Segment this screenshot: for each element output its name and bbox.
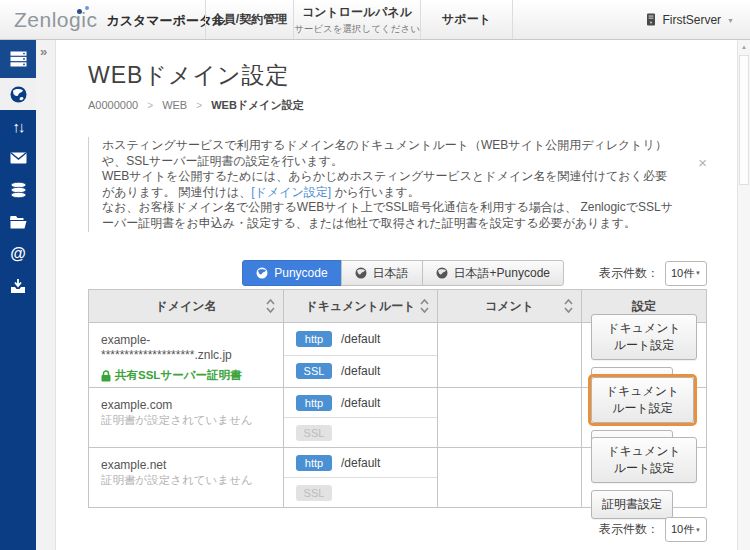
sort-icon[interactable]	[266, 299, 275, 314]
breadcrumb-account[interactable]: A0000000	[88, 99, 138, 111]
toggle-japanese[interactable]: 日本語	[341, 260, 423, 286]
highlight-ring: ドキュメントルート設定	[588, 374, 697, 426]
notice-line-2: WEBサイトを公開するためには、あらかじめホスティングサービスとドメイン名を関連…	[102, 169, 679, 200]
display-count-bottom: 表示件数： 10件 ▼	[88, 517, 707, 542]
globe-icon	[10, 86, 27, 103]
docroot-cell: http /default SSL	[283, 388, 437, 447]
column-header-comment[interactable]: コメント	[437, 290, 581, 322]
docroot-cell: http /default SSL /default	[283, 323, 437, 387]
display-count-select[interactable]: 10件 ▼	[665, 261, 707, 286]
sidebar-item-database[interactable]	[0, 174, 36, 206]
ssl-docroot: SSL	[284, 417, 437, 447]
menu-control-panel[interactable]: コントロールパネル サービスを選択してください	[293, 0, 420, 39]
top-header: Zenlogic カスタマーポータル 会員/契約管理 コントロールパネル サービ…	[0, 0, 750, 40]
lock-icon	[101, 370, 111, 382]
shared-ssl-status: 共有SSLサーバー証明書	[101, 368, 271, 383]
logo-text-wrap: Zenlogic	[14, 8, 97, 32]
sidebar-item-servers[interactable]	[0, 40, 36, 78]
account-server-icon	[646, 13, 656, 26]
zenlogic-logo[interactable]: Zenlogic カスタマーポータル	[14, 0, 226, 39]
account-name: FirstServer	[662, 13, 721, 27]
display-count-label: 表示件数：	[599, 521, 659, 538]
toggle-japanese-punycode[interactable]: 日本語+Punycode	[422, 260, 564, 286]
column-header-settings: 設定	[581, 290, 706, 322]
column-header-domain[interactable]: ドメイン名	[89, 290, 283, 322]
breadcrumb-web[interactable]: WEB	[162, 99, 187, 111]
encoding-toggle-group: Punycode 日本語 日本語+Punycode	[242, 260, 564, 286]
comment-cell	[437, 448, 581, 507]
scrollbar-thumb[interactable]	[739, 55, 749, 185]
table-row: example.net 証明書が設定されていません http /default …	[89, 447, 706, 507]
globe-icon	[436, 267, 448, 279]
http-docroot: http /default	[284, 448, 437, 477]
breadcrumb-current: WEBドメイン設定	[211, 99, 304, 111]
display-count-label: 表示件数：	[599, 265, 659, 282]
settings-cell: ドキュメントルート設定 証明書設定	[581, 448, 706, 507]
menu-member-contract[interactable]: 会員/契約管理	[205, 0, 293, 39]
sort-icon[interactable]	[564, 299, 573, 314]
breadcrumb-separator: >	[196, 100, 202, 111]
globe-icon	[256, 267, 268, 279]
docroot-settings-button[interactable]: ドキュメントルート設定	[591, 437, 697, 483]
table-controls: Punycode 日本語 日本語+Punycode	[88, 260, 707, 286]
no-certificate-status: 証明書が設定されていません	[101, 414, 253, 426]
notice-box: ホスティングサービスで利用するドメイン名のドキュメントルート（WEBサイト公開用…	[88, 137, 713, 232]
sidebar-item-web[interactable]	[0, 78, 36, 110]
main-content: WEBドメイン設定 A0000000 > WEB > WEBドメイン設定 ホステ…	[56, 40, 737, 550]
database-icon	[10, 182, 27, 198]
toggle-punycode[interactable]: Punycode	[242, 260, 341, 286]
ssl-badge-disabled: SSL	[296, 425, 332, 441]
logo-dot-dark-icon	[77, 9, 82, 14]
app-window: Zenlogic カスタマーポータル 会員/契約管理 コントロールパネル サービ…	[0, 0, 750, 550]
menu-support[interactable]: サポート	[420, 0, 513, 39]
column-header-docroot[interactable]: ドキュメントルート	[283, 290, 437, 322]
logo-dot-light-icon	[85, 6, 89, 10]
http-badge: http	[296, 455, 332, 471]
docroot-cell: http /default SSL	[283, 448, 437, 507]
certificate-settings-button[interactable]: 証明書設定	[591, 490, 673, 519]
at-icon: @	[10, 245, 26, 263]
http-docroot: http /default	[284, 323, 437, 355]
expand-chevrons-icon: »	[40, 44, 47, 59]
sidebar-expander[interactable]: »	[36, 40, 56, 550]
no-certificate-status: 証明書が設定されていません	[101, 474, 253, 486]
close-icon[interactable]: ×	[698, 155, 707, 170]
page-title: WEBドメイン設定	[88, 60, 737, 91]
sidebar-item-mail[interactable]	[0, 142, 36, 174]
account-menu[interactable]: FirstServer ▼	[646, 0, 734, 39]
sort-icon[interactable]	[420, 299, 429, 314]
comment-cell	[437, 388, 581, 447]
ssl-badge-disabled: SSL	[296, 485, 332, 501]
notice-line-3: なお、お客様ドメイン名で公開するWEBサイト上でSSL暗号化通信を利用する場合は…	[102, 200, 679, 231]
domain-cell: example- ********************.znlc.jp 共有…	[89, 323, 283, 387]
comment-cell	[437, 323, 581, 387]
scrollbar[interactable]: ▲	[737, 40, 750, 550]
breadcrumb: A0000000 > WEB > WEBドメイン設定	[88, 98, 737, 113]
display-count-top: 表示件数： 10件 ▼	[599, 261, 707, 286]
mail-icon	[10, 152, 27, 164]
domain-settings-link[interactable]: [ドメイン設定]	[251, 185, 331, 199]
domain-cell: example.com 証明書が設定されていません	[89, 388, 283, 447]
sidebar-item-files[interactable]	[0, 206, 36, 238]
chevron-down-icon: ▼	[695, 270, 701, 276]
http-docroot: http /default	[284, 388, 437, 417]
install-icon	[10, 278, 26, 294]
sidebar-item-transfer[interactable]: ↑↓	[0, 110, 36, 142]
http-badge: http	[296, 395, 332, 411]
globe-icon	[355, 267, 367, 279]
docroot-settings-button[interactable]: ドキュメントルート設定	[591, 377, 694, 423]
transfer-arrows-icon: ↑↓	[13, 118, 24, 135]
domains-table: ドメイン名 ドキュメントルート コメント	[88, 289, 707, 508]
sidebar-item-install[interactable]	[0, 270, 36, 302]
sidebar-nav: ↑↓ @	[0, 40, 36, 550]
ssl-docroot: SSL /default	[284, 355, 437, 388]
scroll-up-icon[interactable]: ▲	[738, 44, 750, 50]
domain-cell: example.net 証明書が設定されていません	[89, 448, 283, 507]
ssl-docroot: SSL	[284, 477, 437, 507]
notice-line-1: ホスティングサービスで利用するドメイン名のドキュメントルート（WEBサイト公開用…	[102, 138, 679, 169]
breadcrumb-separator: >	[147, 100, 153, 111]
http-badge: http	[296, 331, 332, 347]
display-count-select[interactable]: 10件 ▼	[665, 517, 707, 542]
chevron-down-icon: ▼	[727, 17, 734, 24]
sidebar-item-mail-address[interactable]: @	[0, 238, 36, 270]
